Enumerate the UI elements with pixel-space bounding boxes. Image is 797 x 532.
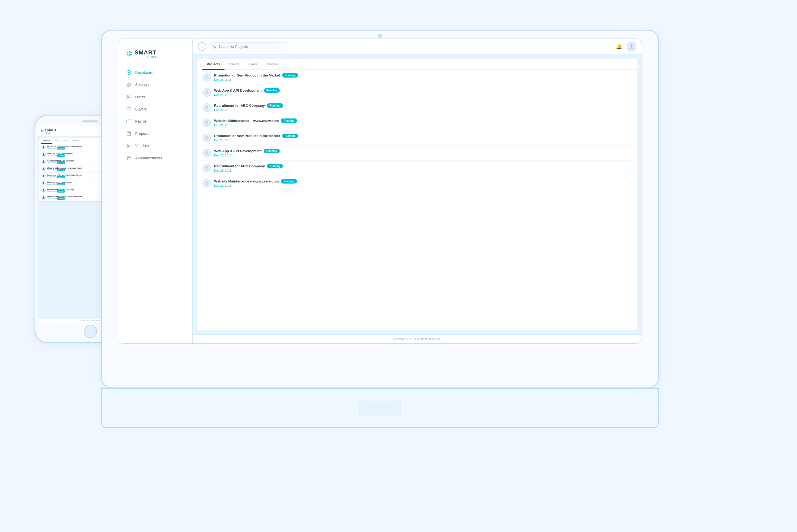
proj-name-row: Recruitment for ABC Company Running xyxy=(214,103,627,108)
phone-tab-invoices[interactable]: Invoices xyxy=(70,138,80,144)
phone-proj-avatar: 👤 xyxy=(41,195,46,200)
status-badge: Running xyxy=(264,88,280,93)
payroll-icon xyxy=(126,119,132,124)
row-chevron-icon: › xyxy=(631,151,632,155)
row-chevron-icon: › xyxy=(631,121,632,125)
table-row[interactable]: Promotion of New Product in the Market R… xyxy=(197,70,637,85)
tab-invoices[interactable]: Invoices xyxy=(261,59,282,69)
proj-name-row: Web App & API Development Running xyxy=(214,88,627,93)
svg-point-14 xyxy=(206,75,208,77)
sidebar-item-settings-label: Settings xyxy=(135,82,149,87)
phone-status-badge: Running xyxy=(57,154,65,157)
svg-point-20 xyxy=(206,166,208,168)
sidebar-item-vendors-label: Vendors xyxy=(135,144,149,148)
dashboard-icon xyxy=(126,70,132,75)
proj-avatar xyxy=(203,88,211,97)
row-chevron-icon: › xyxy=(631,75,632,79)
table-row[interactable]: Website Maintenance – www.xserv.com Runn… xyxy=(197,176,637,191)
phone-status-badge: Running xyxy=(57,169,65,171)
back-button[interactable]: ‹ xyxy=(198,42,206,51)
svg-point-21 xyxy=(206,182,208,183)
sidebar-item-dashboard-label: Dashboard xyxy=(135,70,154,75)
svg-point-17 xyxy=(206,121,208,123)
sidebar-item-announcements[interactable]: Announcements xyxy=(118,152,192,164)
proj-info: Web App & API Development Running Dec 26… xyxy=(214,149,627,157)
svg-point-2 xyxy=(128,84,130,85)
proj-title: Recruitment for ABC Company xyxy=(214,164,265,168)
sidebar-item-dashboard[interactable]: Dashboard xyxy=(118,66,192,79)
status-badge: Running xyxy=(282,73,298,78)
laptop-trackpad[interactable] xyxy=(359,401,401,415)
proj-title: Web App & API Development xyxy=(214,149,262,153)
logo-text: SMART ADMIN xyxy=(134,50,156,58)
back-icon: ‹ xyxy=(202,44,203,49)
phone-proj-avatar: 👤 xyxy=(41,188,46,193)
proj-avatar xyxy=(203,134,211,142)
svg-rect-7 xyxy=(127,120,131,123)
tab-projects[interactable]: Projects xyxy=(203,59,225,69)
sidebar-item-vendors[interactable]: Vendors xyxy=(118,140,192,152)
table-row[interactable]: Web App & API Development Running Dec 26… xyxy=(197,85,637,100)
table-row[interactable]: Web App & API Development Running Dec 26… xyxy=(197,146,637,161)
laptop-device: ✼ SMART ADMIN Dashboard xyxy=(101,30,659,428)
footer-text: Copyright © 2018. All rights reserved. xyxy=(393,337,441,341)
phone-proj-avatar: 👤 xyxy=(41,145,46,150)
proj-date: Dec 26, 2018 xyxy=(214,139,627,142)
proj-avatar xyxy=(203,73,211,81)
tab-clients[interactable]: Clients xyxy=(225,59,244,69)
table-row[interactable]: Promotion of New Product in the Market R… xyxy=(197,130,637,146)
phone-status-badge: Running xyxy=(57,176,65,178)
phone-logo-smart: SMART xyxy=(45,128,57,132)
sidebar-item-users[interactable]: Users xyxy=(118,91,192,103)
top-bar-right: 🔔 xyxy=(616,42,636,51)
svg-point-11 xyxy=(630,44,632,46)
user-avatar[interactable] xyxy=(627,42,636,51)
phone-proj-avatar: 👤 xyxy=(41,167,46,171)
proj-name-row: Promotion of New Product in the Market R… xyxy=(214,134,627,138)
table-row[interactable]: Recruitment for ABC Company Running Dec … xyxy=(197,100,637,115)
phone-speaker xyxy=(82,120,98,122)
laptop-base xyxy=(101,388,659,428)
proj-date: Dec 26, 2018 xyxy=(214,78,627,81)
content-panel: Projects Clients Users Invoices xyxy=(197,59,637,330)
table-row[interactable]: Recruitment for ABC Company Running Dec … xyxy=(197,161,637,176)
sidebar-item-settings[interactable]: Settings xyxy=(118,79,192,91)
settings-icon xyxy=(126,82,132,88)
svg-point-15 xyxy=(206,91,208,92)
notification-bell-icon[interactable]: 🔔 xyxy=(616,43,623,50)
table-row[interactable]: Website Maintenance – www.xserv.com Runn… xyxy=(197,115,637,130)
phone-home-button[interactable] xyxy=(84,325,97,338)
status-badge: Running xyxy=(281,179,297,184)
sidebar-item-buyers[interactable]: Buyers xyxy=(118,103,192,115)
search-icon: 🔍 xyxy=(212,45,216,49)
search-input[interactable] xyxy=(210,42,289,51)
top-bar: ‹ 🔍 🔔 xyxy=(193,39,642,54)
phone-tab-users[interactable]: Users xyxy=(61,138,70,144)
project-list: Promotion of New Product in the Market R… xyxy=(197,70,637,330)
proj-title: Recruitment for ABC Company xyxy=(214,103,265,108)
phone-proj-avatar: 👤 xyxy=(41,181,46,185)
proj-date: Dec 21, 2018 xyxy=(214,169,627,172)
phone-tab-clients[interactable]: Clients xyxy=(52,138,61,144)
svg-rect-4 xyxy=(127,107,131,110)
main-content: ‹ 🔍 🔔 xyxy=(193,39,642,343)
phone-logo-icon: ✼ xyxy=(41,129,44,133)
status-badge: Running xyxy=(281,118,297,123)
sidebar-item-announcements-label: Announcements xyxy=(135,156,162,160)
laptop-screen-bezel: ✼ SMART ADMIN Dashboard xyxy=(118,39,642,344)
phone-tab-projects[interactable]: Projects xyxy=(41,138,52,144)
proj-avatar xyxy=(203,118,211,127)
logo-icon: ✼ xyxy=(126,50,132,58)
tab-users[interactable]: Users xyxy=(244,59,261,69)
buyers-icon xyxy=(126,107,132,112)
app-container: ✼ SMART ADMIN Dashboard xyxy=(118,39,642,343)
svg-point-16 xyxy=(206,106,208,108)
footer: Copyright © 2018. All rights reserved. xyxy=(193,335,642,343)
logo-area: ✼ SMART ADMIN xyxy=(118,47,192,66)
sidebar-item-payroll[interactable]: Payroll xyxy=(118,115,192,128)
row-chevron-icon: › xyxy=(631,182,632,185)
proj-date: Dec 21, 2018 xyxy=(214,184,627,187)
proj-info: Recruitment for ABC Company Running Dec … xyxy=(214,103,627,112)
proj-title: Web App & API Development xyxy=(214,89,262,92)
sidebar-item-projects[interactable]: Projects xyxy=(118,128,192,140)
